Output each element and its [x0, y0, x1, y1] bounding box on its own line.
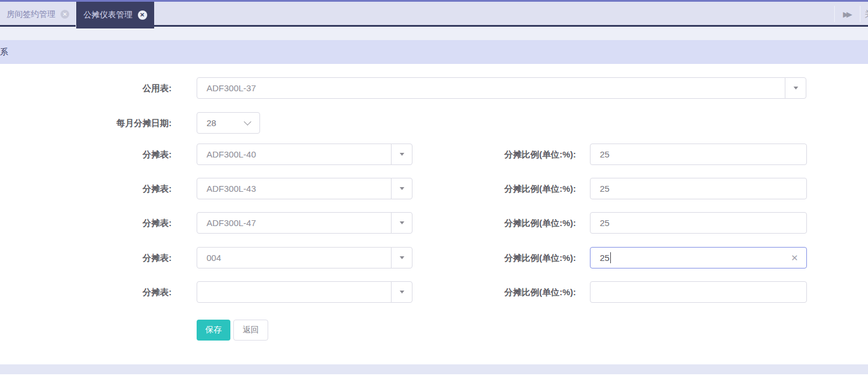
bottom-bar: [0, 364, 868, 374]
clear-icon[interactable]: ✕: [791, 253, 798, 262]
ratio-row: 分摊表: ADF300L-43 分摊比例(单位:%): 25: [0, 178, 868, 199]
breadcrumb-band: 关系: [0, 40, 868, 64]
chevron-down-icon: [244, 118, 251, 126]
close-icon[interactable]: ✕: [61, 10, 69, 19]
public-meter-row: 公用表: ADF300L-37: [0, 77, 868, 99]
ratio-label: 分摊比例(单位:%):: [401, 178, 576, 199]
ratio-value: 25: [600, 218, 610, 228]
save-button[interactable]: 保存: [197, 320, 230, 341]
spacer-band: [0, 27, 868, 40]
share-meter-value[interactable]: ADF300L-47: [197, 212, 392, 234]
share-meter-label: 分摊表:: [0, 178, 172, 199]
share-meter-combobox[interactable]: [197, 281, 412, 303]
share-meter-value[interactable]: ADF300L-40: [197, 144, 392, 165]
share-meter-value[interactable]: 004: [197, 247, 392, 268]
ratio-label: 分摊比例(单位:%):: [401, 144, 576, 165]
ratio-label: 分摊比例(单位:%):: [401, 247, 576, 268]
back-button[interactable]: 返回: [233, 320, 268, 341]
scroll-tabs-forward-icon[interactable]: ▶▶: [836, 2, 859, 27]
ratio-input-focused[interactable]: 25 ✕: [590, 247, 807, 268]
ratio-value: 25: [600, 149, 610, 159]
text-cursor: [610, 252, 611, 263]
ratio-value: 25: [600, 253, 610, 263]
share-date-value: 28: [207, 118, 216, 128]
tab-label: 公摊仪表管理: [84, 10, 133, 20]
share-meter-label: 分摊表:: [0, 212, 172, 234]
share-meter-combobox[interactable]: 004: [197, 247, 412, 268]
caret-down-icon: [794, 87, 798, 89]
ratio-label: 分摊比例(单位:%):: [401, 281, 576, 303]
ratio-input[interactable]: 25: [590, 212, 807, 234]
share-meter-label: 分摊表:: [0, 281, 172, 303]
share-meter-combobox[interactable]: ADF300L-40: [197, 144, 412, 165]
ratio-row: 分摊表: 分摊比例(单位:%):: [0, 281, 868, 303]
divider: [860, 6, 860, 22]
public-meter-combobox[interactable]: ADF300L-37: [197, 77, 806, 99]
divider: [834, 6, 835, 22]
tab-bar: 房间签约管理 ✕ 公摊仪表管理 ✕ ▶▶ 关: [0, 0, 868, 27]
ratio-input[interactable]: 25: [590, 144, 807, 165]
close-icon[interactable]: ✕: [138, 10, 147, 20]
ratio-label: 分摊比例(单位:%):: [401, 212, 576, 234]
share-meter-combobox[interactable]: ADF300L-47: [197, 212, 412, 234]
public-meter-label: 公用表:: [0, 77, 172, 99]
tab-room-signing[interactable]: 房间签约管理 ✕: [0, 2, 76, 27]
share-date-row: 每月分摊日期: 28: [0, 112, 868, 134]
share-meter-value[interactable]: [197, 281, 392, 303]
dropdown-button[interactable]: [785, 77, 806, 99]
ratio-input[interactable]: 25: [590, 178, 807, 199]
tab-label: 房间签约管理: [6, 9, 55, 20]
ratio-input[interactable]: [590, 281, 807, 303]
ratio-row: 分摊表: 004 分摊比例(单位:%): 25 ✕: [0, 247, 868, 268]
share-meter-label: 分摊表:: [0, 247, 172, 268]
tab-shared-meter-active[interactable]: 公摊仪表管理 ✕: [76, 2, 154, 28]
ratio-value: 25: [600, 184, 610, 194]
clipped-edge-glyph[interactable]: 关: [865, 2, 868, 27]
public-meter-value[interactable]: ADF300L-37: [197, 77, 785, 99]
share-meter-value[interactable]: ADF300L-43: [197, 178, 392, 199]
share-date-select[interactable]: 28: [197, 112, 260, 134]
share-meter-combobox[interactable]: ADF300L-43: [197, 178, 412, 199]
share-meter-label: 分摊表:: [0, 144, 172, 165]
share-date-label: 每月分摊日期:: [0, 112, 172, 134]
ratio-row: 分摊表: ADF300L-40 分摊比例(单位:%): 25: [0, 144, 868, 165]
ratio-row: 分摊表: ADF300L-47 分摊比例(单位:%): 25: [0, 212, 868, 234]
breadcrumb: 关系: [0, 40, 8, 64]
form-panel: 公用表: ADF300L-37 每月分摊日期: 28 分摊表: ADF300L-…: [0, 64, 868, 364]
